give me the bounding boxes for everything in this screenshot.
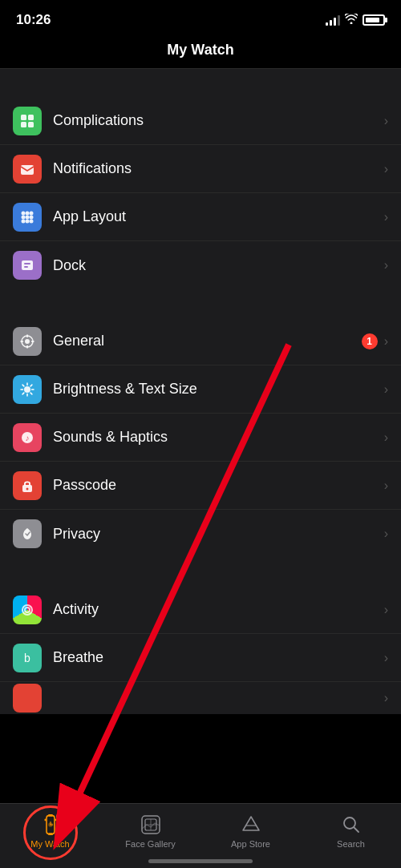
chevron-icon: › — [384, 382, 388, 397]
app-layout-icon — [13, 203, 42, 232]
svg-point-8 — [22, 215, 26, 219]
dock-item[interactable]: Dock › — [0, 241, 401, 289]
svg-text:♪: ♪ — [26, 434, 30, 442]
battery-icon — [363, 14, 385, 26]
svg-rect-2 — [21, 122, 26, 127]
passcode-item[interactable]: Passcode › — [0, 462, 401, 510]
brightness-label: Brightness & Text Size — [53, 381, 384, 398]
app-layout-item[interactable]: App Layout › — [0, 193, 401, 241]
chevron-icon: › — [384, 162, 388, 176]
svg-point-35 — [26, 487, 29, 490]
svg-line-31 — [22, 393, 24, 394]
chevron-icon: › — [384, 478, 388, 493]
chevron-icon: › — [384, 527, 388, 541]
passcode-label: Passcode — [53, 477, 384, 494]
section-gap-3 — [0, 558, 401, 586]
svg-rect-1 — [28, 115, 34, 120]
svg-point-36 — [22, 605, 32, 615]
activity-icon — [13, 595, 42, 624]
page-title: My Watch — [0, 35, 401, 68]
passcode-icon — [13, 471, 42, 500]
tab-bar: 1 My Watch Face Gallery App Store — [0, 803, 401, 868]
signal-icon — [326, 14, 340, 26]
svg-rect-3 — [28, 122, 34, 127]
sounds-item[interactable]: ♪ Sounds & Haptics › — [0, 414, 401, 462]
svg-point-7 — [30, 211, 34, 215]
section-gap-1 — [0, 69, 401, 97]
tab-search[interactable]: Search — [301, 810, 401, 852]
breathe-item[interactable]: b Breathe › — [0, 634, 401, 682]
svg-point-9 — [26, 215, 30, 219]
svg-point-18 — [25, 339, 30, 344]
svg-rect-4 — [21, 165, 34, 175]
chevron-icon: › — [384, 334, 388, 349]
activity-label: Activity — [53, 601, 384, 618]
chevron-icon: › — [384, 430, 388, 445]
search-tab-label: Search — [337, 839, 365, 849]
complications-item[interactable]: Complications › — [0, 97, 401, 145]
tab-app-store[interactable]: App Store — [200, 810, 301, 852]
chevron-icon: › — [384, 258, 388, 273]
notifications-label: Notifications — [53, 160, 384, 177]
privacy-icon — [13, 519, 42, 548]
notifications-item[interactable]: Notifications › — [0, 145, 401, 193]
svg-point-23 — [24, 386, 30, 393]
breathe-label: Breathe — [53, 649, 384, 666]
status-time: 10:26 — [16, 12, 51, 28]
svg-point-13 — [30, 219, 34, 223]
svg-line-28 — [22, 385, 24, 386]
sounds-label: Sounds & Haptics — [53, 429, 384, 446]
tab-face-gallery[interactable]: Face Gallery — [100, 810, 200, 852]
search-icon — [340, 813, 363, 836]
privacy-label: Privacy — [53, 526, 384, 543]
brightness-item[interactable]: Brightness & Text Size › — [0, 365, 401, 414]
face-gallery-tab-label: Face Gallery — [125, 839, 175, 849]
svg-line-29 — [30, 393, 32, 394]
chevron-icon: › — [384, 210, 388, 224]
general-label: General — [53, 333, 362, 349]
svg-line-56 — [354, 828, 358, 833]
svg-point-5 — [22, 211, 26, 215]
activity-item[interactable]: Activity › — [0, 586, 401, 634]
svg-point-11 — [22, 219, 26, 223]
svg-rect-15 — [24, 263, 30, 264]
dock-icon — [13, 251, 42, 280]
brightness-icon — [13, 375, 42, 404]
svg-rect-14 — [22, 260, 33, 270]
general-icon — [13, 327, 42, 356]
general-badge: 1 — [362, 333, 378, 349]
active-ring — [23, 805, 78, 860]
complications-label: Complications — [53, 112, 384, 129]
privacy-item[interactable]: Privacy › — [0, 510, 401, 558]
app-layout-label: App Layout — [53, 208, 384, 225]
home-indicator — [148, 859, 253, 863]
svg-point-12 — [26, 219, 30, 223]
svg-line-30 — [30, 385, 32, 386]
svg-rect-0 — [21, 115, 26, 120]
tab-my-watch[interactable]: 1 My Watch — [0, 810, 100, 852]
breathe-icon: b — [13, 644, 42, 672]
app-store-tab-label: App Store — [231, 839, 270, 849]
chevron-icon: › — [384, 691, 388, 705]
svg-text:b: b — [24, 652, 30, 664]
section-gap-2 — [0, 289, 401, 317]
general-item[interactable]: General 1 › — [0, 317, 401, 365]
my-watch-badge: 1 — [56, 810, 69, 823]
chevron-icon: › — [384, 603, 388, 617]
sounds-icon: ♪ — [13, 423, 42, 452]
notifications-icon — [13, 155, 42, 184]
svg-point-37 — [25, 608, 30, 612]
complications-icon — [13, 107, 42, 135]
status-bar: 10:26 — [0, 0, 401, 35]
face-gallery-icon — [140, 813, 162, 836]
partial-icon — [13, 684, 42, 713]
status-icons — [326, 14, 385, 26]
chevron-icon: › — [384, 651, 388, 665]
chevron-icon: › — [384, 114, 388, 128]
section-3: Activity › b Breathe › › — [0, 586, 401, 714]
svg-point-10 — [30, 215, 34, 219]
wifi-icon — [345, 14, 358, 26]
partial-item[interactable]: › — [0, 682, 401, 714]
app-store-icon — [240, 813, 262, 836]
dock-label: Dock — [53, 257, 384, 274]
